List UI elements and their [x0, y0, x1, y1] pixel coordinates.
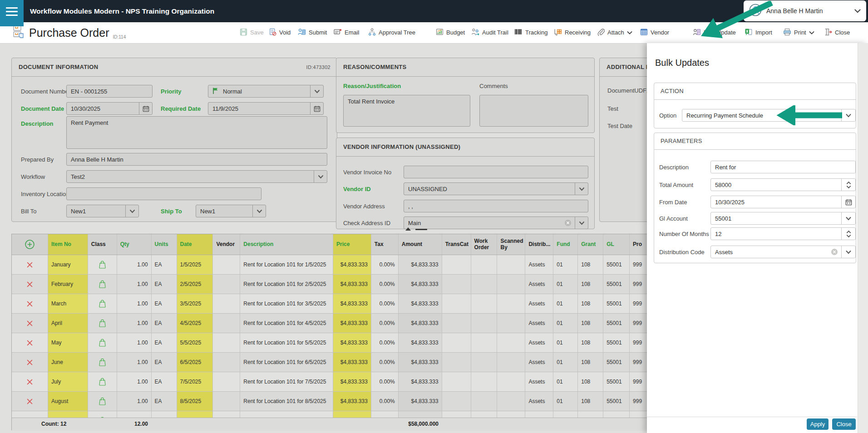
check-address-clear-icon[interactable] [564, 219, 572, 228]
cell-gl[interactable]: 55001 [603, 314, 630, 333]
vendor-address-field[interactable]: , , [404, 200, 588, 212]
cell-scanned-by[interactable] [497, 333, 525, 352]
cell-item-no[interactable]: May [48, 333, 88, 352]
cell-description[interactable]: Rent for Location 101 for 4/5/2025 [240, 314, 333, 333]
cell-qty[interactable]: 1.00 [117, 372, 152, 391]
cell-item-no[interactable]: July [48, 372, 88, 391]
cell-work-order[interactable] [471, 411, 498, 418]
cell-qty[interactable]: 1.00 [117, 314, 152, 333]
workflow-select[interactable]: Test2 [66, 170, 327, 183]
cell-distribution[interactable]: Assets [525, 255, 553, 274]
cell-scanned-by[interactable] [497, 372, 525, 391]
cell-qty[interactable]: 1.00 [117, 255, 152, 274]
cell-tax[interactable]: 0.00% [371, 411, 399, 418]
add-row-button[interactable] [12, 234, 48, 255]
cell-fund[interactable]: 01 [553, 275, 578, 294]
cell-units[interactable]: EA [152, 255, 177, 274]
cell-gl[interactable]: 55001 [603, 353, 630, 372]
col-header-grant[interactable]: Grant [578, 234, 603, 255]
splitter-drag-handle[interactable] [415, 229, 427, 230]
col-header-fund[interactable]: Fund [553, 234, 578, 255]
cell-vendor[interactable] [213, 255, 240, 274]
cell-scanned-by[interactable] [497, 411, 525, 418]
col-header-transcat[interactable]: TransCat [442, 234, 471, 255]
cell-gl[interactable]: 55001 [603, 411, 630, 418]
cell-class[interactable] [88, 275, 117, 294]
col-header-gl[interactable]: GL [603, 234, 630, 255]
cell-transcat[interactable] [442, 411, 471, 418]
cell-work-order[interactable] [471, 392, 498, 411]
cell-transcat[interactable] [442, 294, 471, 313]
cell-transcat[interactable] [442, 333, 471, 352]
cell-grant[interactable]: 108 [578, 392, 603, 411]
distribution-code-select[interactable]: Assets [710, 246, 856, 258]
cell-date[interactable]: 4/5/2025 [177, 314, 213, 333]
cell-tax[interactable]: 0.00% [371, 353, 399, 372]
required-date-calendar-icon[interactable] [310, 103, 323, 114]
receiving-button[interactable]: Receiving [554, 22, 591, 43]
prepared-by-field[interactable]: Anna Belle H Martin [66, 153, 327, 166]
cell-class[interactable] [88, 333, 117, 352]
cell-transcat[interactable] [442, 372, 471, 391]
cell-work-order[interactable] [471, 294, 498, 313]
col-header-units[interactable]: Units [152, 234, 177, 255]
total-amount-stepper[interactable]: 58000 [710, 178, 856, 191]
document-date-field[interactable]: 10/30/2025 [66, 102, 153, 115]
number-of-months-stepper[interactable]: 12 [710, 227, 856, 240]
cell-tax[interactable]: 0.00% [371, 314, 399, 333]
cell-tax[interactable]: 0.00% [371, 372, 399, 391]
cell-units[interactable]: EA [152, 353, 177, 372]
col-header-tax[interactable]: Tax [371, 234, 399, 255]
delete-row-button[interactable] [12, 275, 48, 294]
cell-class[interactable] [88, 411, 117, 418]
cell-price[interactable]: $4,833.333 [333, 372, 371, 391]
cell-gl[interactable]: 55001 [603, 275, 630, 294]
bill-to-chevron-down-icon[interactable] [125, 205, 138, 217]
audit-trail-button[interactable]: Audit Trail [471, 22, 508, 43]
approval-tree-button[interactable]: Approval Tree [368, 22, 415, 43]
cell-work-order[interactable] [471, 333, 498, 352]
cell-scanned-by[interactable] [497, 255, 525, 274]
cell-scanned-by[interactable] [497, 314, 525, 333]
cell-distribution[interactable]: Assets [525, 314, 553, 333]
delete-row-button[interactable] [12, 353, 48, 372]
cell-date[interactable]: 9/5/2025 [177, 411, 213, 418]
cell-vendor[interactable] [213, 294, 240, 313]
cell-grant[interactable]: 108 [578, 333, 603, 352]
cell-distribution[interactable]: Assets [525, 294, 553, 313]
cell-units[interactable]: EA [152, 294, 177, 313]
email-button[interactable]: Email [334, 22, 360, 43]
delete-row-button[interactable] [12, 392, 48, 411]
gl-account-select[interactable]: 55001 [710, 212, 856, 225]
cell-distribution[interactable]: Assets [525, 275, 553, 294]
vendor-invoice-no-field[interactable] [404, 166, 588, 178]
cell-fund[interactable]: 01 [553, 411, 578, 418]
cell-date[interactable]: 7/5/2025 [177, 372, 213, 391]
cell-scanned-by[interactable] [497, 353, 525, 372]
bulk-option-select[interactable]: Recurring Payment Schedule [682, 109, 856, 122]
cell-work-order[interactable] [471, 314, 498, 333]
col-header-qty[interactable]: Qty [117, 234, 152, 255]
save-button[interactable]: Save [240, 22, 264, 43]
apply-button[interactable]: Apply [807, 418, 829, 430]
col-header-class[interactable]: Class [88, 234, 117, 255]
inventory-location-field[interactable] [66, 187, 261, 200]
tracking-button[interactable]: Tracking [514, 22, 547, 43]
col-header-item-no[interactable]: Item No [48, 234, 88, 255]
cell-scanned-by[interactable] [497, 275, 525, 294]
cell-item-no[interactable]: February [48, 275, 88, 294]
cell-price[interactable]: $4,833.333 [333, 333, 371, 352]
cell-qty[interactable]: 1.00 [117, 333, 152, 352]
from-date-calendar-icon[interactable] [841, 196, 855, 208]
cell-item-no[interactable]: August [48, 392, 88, 411]
cell-gl[interactable]: 55001 [603, 294, 630, 313]
document-date-calendar-icon[interactable] [139, 103, 152, 114]
cell-fund[interactable]: 01 [553, 255, 578, 274]
cell-grant[interactable]: 108 [578, 294, 603, 313]
cell-class[interactable] [88, 372, 117, 391]
cell-tax[interactable]: 0.00% [371, 255, 399, 274]
cell-gl[interactable]: 55001 [603, 392, 630, 411]
print-button[interactable]: Print [783, 22, 814, 43]
cell-description[interactable]: Rent for Location 101 for 8/5/2025 [240, 392, 333, 411]
cell-price[interactable]: $4,833.333 [333, 294, 371, 313]
